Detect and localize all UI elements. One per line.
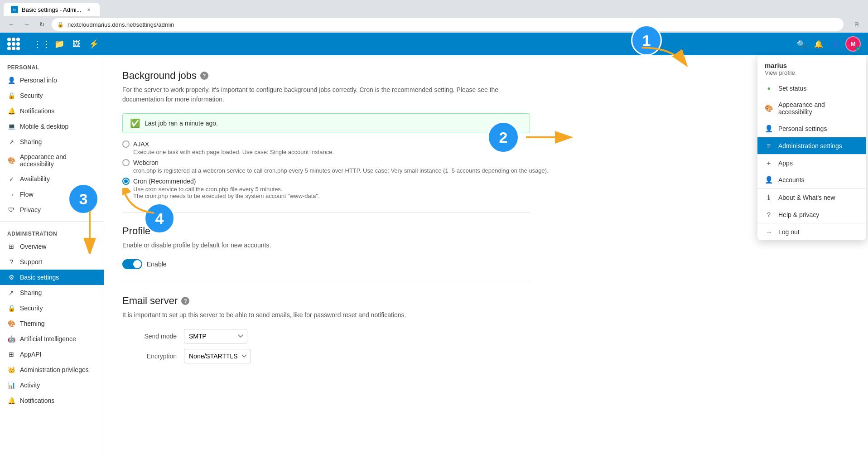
- flow-icon: →: [7, 190, 15, 198]
- gear-icon: ⚙: [7, 273, 15, 281]
- sidebar-item-ai[interactable]: 🤖 Artificial Intelligence: [0, 331, 104, 347]
- bell2-icon: 🔔: [7, 396, 15, 405]
- encryption-select[interactable]: None/STARTTLS SSL/TLS: [184, 349, 251, 363]
- browser-nav-bar: ← → ↻ 🔒 nextcloudmarius.ddns.net/setting…: [0, 16, 868, 33]
- dropdown-item-appearance[interactable]: 🎨 Appearance and accessibility: [757, 97, 866, 120]
- dropdown-item-admin-settings[interactable]: ≡ Administration settings: [757, 137, 866, 154]
- radio-cron-label: Cron (Recommended): [133, 178, 196, 185]
- activity-button[interactable]: ⚡: [86, 36, 101, 52]
- bell-icon: 🔔: [7, 107, 15, 115]
- profile-toggle-row: Enable: [122, 259, 850, 269]
- lock2-icon: 🔒: [7, 304, 15, 312]
- ai-icon: 🤖: [7, 335, 15, 343]
- forward-button[interactable]: →: [21, 19, 33, 30]
- radio-webcron-input[interactable]: [122, 159, 130, 166]
- sidebar-item-admin-security[interactable]: 🔒 Security: [0, 300, 104, 316]
- sidebar-item-security[interactable]: 🔒 Security: [0, 88, 104, 103]
- accounts-icon: 👤: [765, 176, 773, 184]
- status-text: Last job ran a minute ago.: [145, 120, 218, 127]
- share-icon: ↗: [7, 138, 15, 146]
- dropdown-menu: marius View profile ● Set status 🎨 Appea…: [757, 55, 866, 240]
- url-text: nextcloudmarius.ddns.net/settings/admin: [68, 21, 174, 28]
- active-tab[interactable]: N Basic settings - Admi... ✕: [4, 3, 100, 16]
- profile-toggle[interactable]: [122, 259, 142, 269]
- sidebar-item-appapi[interactable]: ⊞ AppAPI: [0, 347, 104, 362]
- sidebar-divider: [0, 221, 104, 222]
- toggle-knob: [133, 260, 141, 268]
- sidebar-item-admin-notifications[interactable]: 🔔 Notifications: [0, 393, 104, 408]
- lock-icon: 🔒: [57, 21, 64, 28]
- sidebar-item-overview[interactable]: ⊞ Overview: [0, 239, 104, 254]
- sidebar-item-appearance[interactable]: 🎨 Appearance and accessibility: [0, 150, 104, 171]
- dropdown-item-personal-settings[interactable]: 👤 Personal settings: [757, 120, 866, 137]
- contacts-button[interactable]: 👤: [828, 36, 844, 52]
- dropdown-view-profile[interactable]: View profile: [765, 69, 859, 76]
- radio-webcron[interactable]: Webcron cron.php is registered at a webc…: [122, 159, 850, 174]
- sidebar-item-notifications[interactable]: 🔔 Notifications: [0, 103, 104, 119]
- dropdown-header: marius View profile: [757, 55, 866, 80]
- dropdown-item-logout[interactable]: → Log out: [757, 223, 866, 240]
- email-server-section: Email server ? It is important to set up…: [122, 295, 850, 363]
- main-content: Background jobs ? For the server to work…: [104, 55, 868, 459]
- radio-cron-input[interactable]: [122, 178, 130, 185]
- sidebar-item-mobile-desktop[interactable]: 💻 Mobile & desktop: [0, 119, 104, 134]
- dropdown-item-help[interactable]: ? Help & privacy: [757, 206, 866, 223]
- send-mode-label: Send mode: [122, 333, 177, 340]
- sidebar-item-personal-info[interactable]: 👤 Personal info: [0, 72, 104, 88]
- radio-ajax-input[interactable]: [122, 140, 130, 148]
- tab-favicon: N: [11, 6, 18, 13]
- section-divider-2: [122, 282, 530, 282]
- api-icon: ⊞: [7, 350, 15, 358]
- sidebar-item-support[interactable]: ? Support: [0, 254, 104, 270]
- chart-icon: 📊: [7, 381, 15, 389]
- sidebar-item-activity[interactable]: 📊 Activity: [0, 377, 104, 393]
- check-icon: ✓: [7, 175, 15, 183]
- notifications-button[interactable]: 🔔: [811, 36, 826, 52]
- user-avatar[interactable]: M: [845, 36, 861, 52]
- photos-button[interactable]: 🖼: [69, 36, 84, 52]
- tab-close-button[interactable]: ✕: [85, 6, 92, 13]
- email-info-icon[interactable]: ?: [181, 297, 189, 305]
- bg-jobs-status: ✅ Last job ran a minute ago.: [122, 113, 530, 133]
- sidebar-item-theming[interactable]: 🎨 Theming: [0, 316, 104, 331]
- send-mode-select[interactable]: SMTP sendmail qmail: [184, 329, 247, 343]
- sidebar-item-sharing[interactable]: ↗ Sharing: [0, 134, 104, 150]
- dropdown-item-set-status[interactable]: ● Set status: [757, 80, 866, 97]
- personal-icon: 👤: [765, 125, 773, 133]
- address-bar[interactable]: 🔒 nextcloudmarius.ddns.net/settings/admi…: [52, 18, 844, 31]
- dropdown-item-apps[interactable]: + Apps: [757, 155, 866, 171]
- bg-jobs-title: Background jobs ?: [122, 70, 850, 82]
- profile-title: Profile: [122, 225, 850, 237]
- profile-section: Profile Enable or disable profile by def…: [122, 225, 850, 269]
- info-circle-icon: ℹ: [765, 193, 773, 202]
- files-button[interactable]: 📁: [52, 36, 67, 52]
- radio-ajax-label: AJAX: [133, 140, 149, 148]
- dropdown-item-accounts[interactable]: 👤 Accounts: [757, 171, 866, 188]
- radio-cron[interactable]: Cron (Recommended) Use cron service to c…: [122, 178, 850, 199]
- header-right: 🔍 🔔 👤 M: [794, 36, 861, 52]
- plus-icon: +: [765, 159, 773, 167]
- browser-chrome: N Basic settings - Admi... ✕ ← → ↻ 🔒 nex…: [0, 0, 868, 33]
- accounts-label: Accounts: [778, 176, 805, 184]
- app-body: Personal 👤 Personal info 🔒 Security 🔔 No…: [0, 55, 868, 459]
- person-icon: 👤: [7, 76, 15, 84]
- sidebar-item-basic-settings[interactable]: ⚙ Basic settings: [0, 270, 104, 285]
- cast-button[interactable]: ⎘: [851, 19, 863, 30]
- apps-grid-button[interactable]: ⋮⋮: [34, 36, 50, 52]
- reload-button[interactable]: ↻: [36, 19, 48, 30]
- back-button[interactable]: ←: [5, 19, 17, 30]
- admin-settings-label: Administration settings: [778, 142, 842, 150]
- email-server-desc: It is important to set up this server to…: [122, 310, 530, 320]
- sidebar-item-admin-sharing[interactable]: ↗ Sharing: [0, 285, 104, 300]
- bg-jobs-info-icon[interactable]: ?: [200, 72, 208, 80]
- personal-section-title: Personal: [0, 59, 104, 72]
- annotation-circle-1: 1: [631, 25, 662, 56]
- search-button[interactable]: 🔍: [794, 36, 809, 52]
- sidebar-item-admin-privileges[interactable]: 👑 Administration privileges: [0, 362, 104, 377]
- apps-label: Apps: [778, 159, 793, 167]
- annotation-circle-3: 3: [68, 184, 99, 214]
- logo[interactable]: [7, 38, 22, 50]
- radio-cron-desc: Use cron service to call the cron.php fi…: [133, 186, 850, 199]
- radio-ajax[interactable]: AJAX Execute one task with each page loa…: [122, 140, 850, 155]
- dropdown-item-about[interactable]: ℹ About & What's new: [757, 189, 866, 206]
